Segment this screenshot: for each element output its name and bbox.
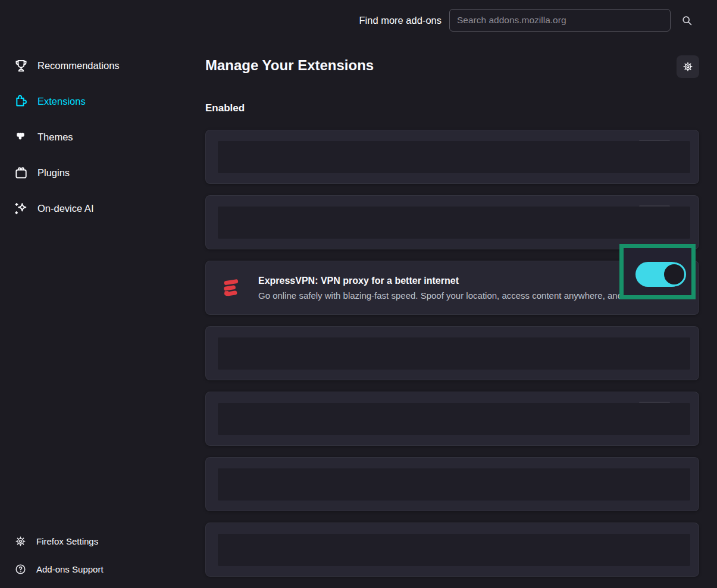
trophy-icon (13, 58, 29, 74)
question-icon (14, 563, 27, 576)
sidebar-item-extensions[interactable]: Extensions (0, 83, 196, 119)
find-more-addons-label: Find more add-ons (359, 15, 442, 26)
annotation-highlight-box (619, 244, 696, 299)
extension-card-redacted[interactable] (205, 326, 699, 380)
enabled-section-heading: Enabled (205, 102, 245, 114)
sidebar-item-label: Extensions (37, 96, 86, 107)
sidebar-item-label: Add-ons Support (36, 564, 104, 574)
plug-icon (13, 165, 29, 181)
extension-card-redacted[interactable] (205, 523, 699, 577)
redacted-content (218, 337, 690, 370)
top-search-bar: Find more add-ons (0, 0, 717, 40)
tools-for-all-addons-button[interactable] (677, 55, 699, 78)
redacted-content (218, 403, 690, 435)
expressvpn-logo-icon (218, 274, 245, 302)
redacted-content (218, 207, 690, 239)
extension-card-redacted[interactable] (205, 130, 699, 184)
sidebar-item-on-device-ai[interactable]: On-device AI (0, 190, 196, 226)
sparkle-icon (13, 201, 29, 217)
sidebar-item-plugins[interactable]: Plugins (0, 155, 196, 190)
redacted-content (218, 468, 690, 501)
extension-card-redacted[interactable] (205, 392, 699, 446)
extension-card-list: ExpressVPN: VPN proxy for a better inter… (205, 130, 699, 577)
category-sidebar: Recommendations Extensions Themes (0, 48, 196, 226)
sidebar-item-label: Firefox Settings (36, 536, 98, 546)
puzzle-icon (13, 93, 29, 110)
search-icon (681, 14, 693, 27)
redacted-content (218, 141, 690, 173)
extension-enable-toggle[interactable] (635, 262, 684, 287)
search-button[interactable] (677, 10, 697, 30)
sidebar-item-themes[interactable]: Themes (0, 119, 196, 155)
addons-manager-page: Find more add-ons Recommendations (0, 0, 717, 588)
sidebar-item-firefox-settings[interactable]: Firefox Settings (0, 527, 196, 555)
sidebar-footer: Firefox Settings Add-ons Support (0, 527, 196, 583)
extension-card-redacted[interactable] (205, 195, 699, 249)
sidebar-item-label: Themes (37, 132, 73, 143)
gear-icon (14, 535, 27, 548)
extension-card-redacted[interactable] (205, 457, 699, 511)
page-title: Manage Your Extensions (205, 57, 374, 74)
sidebar-item-label: Plugins (37, 167, 70, 179)
toggle-knob (662, 262, 686, 286)
redacted-content (218, 534, 690, 566)
sidebar-item-label: On-device AI (37, 203, 93, 214)
sidebar-item-label: Recommendations (37, 60, 120, 71)
search-input[interactable] (449, 9, 671, 32)
gear-icon (682, 61, 694, 73)
sidebar-item-addons-support[interactable]: Add-ons Support (0, 555, 196, 583)
sidebar-item-recommendations[interactable]: Recommendations (0, 48, 196, 83)
paintbrush-icon (13, 129, 29, 145)
